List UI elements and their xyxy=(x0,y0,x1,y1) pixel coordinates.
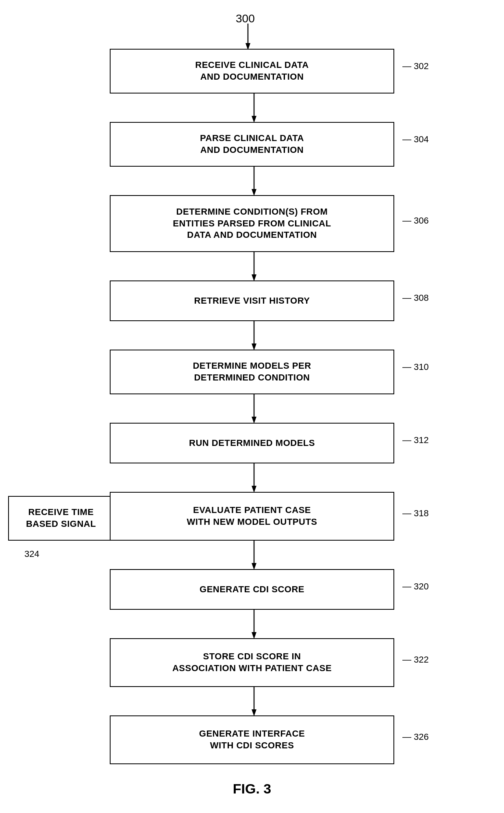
arrow-304-306 xyxy=(248,167,260,197)
box-302: RECEIVE CLINICAL DATA AND DOCUMENTATION xyxy=(110,49,394,93)
diagram-container: 300 RECEIVE CLINICAL DATA AND DOCUMENTAT… xyxy=(0,0,504,813)
box-312: RUN DETERMINED MODELS xyxy=(110,423,394,463)
arrow-312-318 xyxy=(248,463,260,494)
box-306: DETERMINE CONDITION(S) FROM ENTITIES PAR… xyxy=(110,195,394,252)
ref-304: — 304 xyxy=(402,134,429,145)
box-318: EVALUATE PATIENT CASE WITH NEW MODEL OUT… xyxy=(110,492,394,541)
ref-306: — 306 xyxy=(402,215,429,226)
box-322: STORE CDI SCORE IN ASSOCIATION WITH PATI… xyxy=(110,638,394,687)
box-310: DETERMINE MODELS PER DETERMINED CONDITIO… xyxy=(110,350,394,394)
arrow-308-310 xyxy=(248,321,260,352)
ref-322: — 322 xyxy=(402,654,429,665)
fig-caption: FIG. 3 xyxy=(0,781,504,797)
arrow-318-320 xyxy=(248,541,260,571)
box-304: PARSE CLINICAL DATA AND DOCUMENTATION xyxy=(110,122,394,167)
ref-326: — 326 xyxy=(402,732,429,742)
ref-324: 324 xyxy=(24,549,39,559)
arrow-306-308 xyxy=(248,252,260,283)
ref-310: — 310 xyxy=(402,362,429,372)
ref-320: — 320 xyxy=(402,581,429,592)
arrow-320-322 xyxy=(248,610,260,640)
arrow-310-312 xyxy=(248,394,260,425)
ref-312: — 312 xyxy=(402,435,429,446)
top-entry-arrow xyxy=(240,24,256,52)
box-308: RETRIEVE VISIT HISTORY xyxy=(110,280,394,321)
ref-308: — 308 xyxy=(402,293,429,303)
arrow-322-326 xyxy=(248,687,260,717)
box-320: GENERATE CDI SCORE xyxy=(110,569,394,610)
box-326: GENERATE INTERFACE WITH CDI SCORES xyxy=(110,715,394,764)
ref-318: — 318 xyxy=(402,508,429,519)
arrow-302-304 xyxy=(248,93,260,124)
ref-302: — 302 xyxy=(402,61,429,72)
box-324: RECEIVE TIME BASED SIGNAL xyxy=(8,496,114,541)
